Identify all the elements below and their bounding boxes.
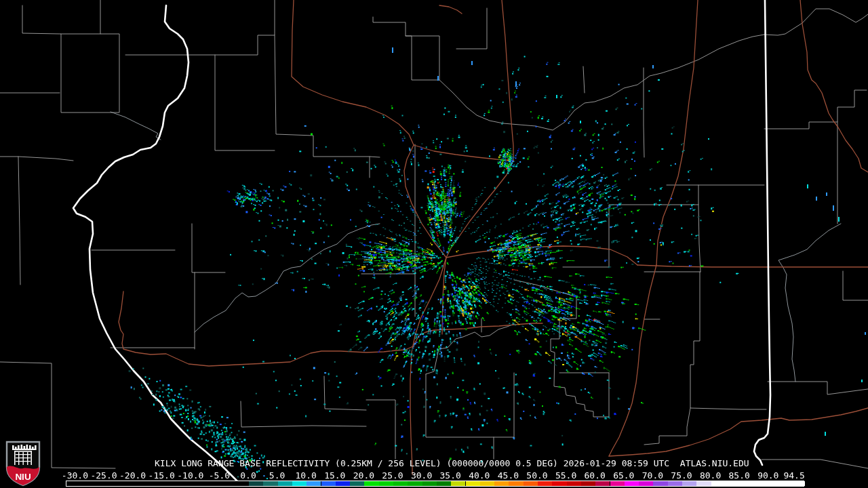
- scale-color-segment: [350, 481, 364, 486]
- scale-color-segment: [625, 481, 639, 486]
- scale-color-segment: [524, 481, 538, 486]
- scale-color-segment: [393, 481, 408, 486]
- scale-tick-label: 70.0: [642, 471, 663, 480]
- scale-color-segment: [552, 481, 566, 486]
- scale-color-segment: [538, 481, 552, 486]
- scale-color-segment: [682, 481, 696, 486]
- scale-color-segment: [581, 481, 595, 486]
- scale-color-segment: [408, 481, 422, 486]
- scale-color-segment: [292, 481, 307, 486]
- scale-tick-label: 15.0: [324, 471, 345, 480]
- scale-color-segment: [509, 481, 523, 486]
- radar-display: KILX LONG RANGE BASE REFLECTIVITY (0.25K…: [0, 0, 868, 488]
- scale-tick-label: 0.0: [240, 471, 256, 480]
- scale-color-segment: [494, 481, 509, 486]
- scale-tick-label: -30.0: [62, 471, 88, 480]
- scale-tick-label: 60.0: [585, 471, 606, 480]
- scale-color-segment: [437, 481, 451, 486]
- reflectivity-scale-labels: -30.0-25.0-20.0-15.0-10.0-5.00.05.010.01…: [0, 471, 868, 480]
- scale-color-segment: [307, 481, 321, 486]
- scale-tick-label: 35.0: [440, 471, 461, 480]
- scale-tick-label: 30.0: [411, 471, 432, 480]
- reflectivity-colorbar: [66, 481, 804, 487]
- scale-tick-label: 94.5: [783, 471, 804, 480]
- scale-color-segment: [466, 481, 480, 486]
- scale-color-segment: [567, 481, 581, 486]
- scale-tick-label: 10.0: [296, 471, 317, 480]
- scale-tick-label: 50.0: [526, 471, 547, 480]
- scale-color-segment: [639, 481, 653, 486]
- scale-color-segment: [249, 481, 263, 486]
- scale-tick-label: 90.0: [757, 471, 778, 480]
- scale-tick-label: 45.0: [498, 471, 519, 480]
- scale-color-segment: [66, 481, 249, 486]
- scale-tick-label: 80.0: [700, 471, 721, 480]
- scale-color-segment: [379, 481, 393, 486]
- scale-tick-label: 20.0: [353, 471, 374, 480]
- scale-color-segment: [480, 481, 494, 486]
- niu-logo-text: NIU: [15, 472, 31, 482]
- scale-color-segment: [263, 481, 277, 486]
- scale-tick-label: -5.0: [209, 471, 230, 480]
- scale-color-segment: [668, 481, 682, 486]
- scale-tick-label: 65.0: [613, 471, 634, 480]
- scale-tick-label: 75.0: [671, 471, 692, 480]
- scale-tick-label: -10.0: [177, 471, 203, 480]
- scale-color-segment: [610, 481, 625, 486]
- scale-color-segment: [321, 481, 336, 486]
- scale-tick-label: 40.0: [469, 471, 490, 480]
- radar-map-canvas: [0, 0, 868, 488]
- scale-color-segment: [653, 481, 667, 486]
- niu-logo: NIU: [5, 441, 41, 487]
- scale-color-segment: [451, 481, 465, 486]
- scale-tick-label: 55.0: [555, 471, 576, 480]
- scale-color-segment: [595, 481, 610, 486]
- scale-tick-label: -25.0: [90, 471, 117, 480]
- scale-color-segment: [711, 481, 805, 486]
- scale-color-segment: [278, 481, 292, 486]
- scale-tick-label: -20.0: [119, 471, 146, 480]
- scale-color-segment: [364, 481, 378, 486]
- scale-tick-label: 25.0: [382, 471, 403, 480]
- scale-color-segment: [696, 481, 711, 486]
- scale-color-segment: [336, 481, 350, 486]
- scale-tick-label: 85.0: [729, 471, 750, 480]
- scale-tick-label: -15.0: [149, 471, 175, 480]
- scale-tick-label: 5.0: [269, 471, 285, 480]
- scale-color-segment: [422, 481, 437, 486]
- product-title: KILX LONG RANGE BASE REFLECTIVITY (0.25K…: [155, 459, 749, 468]
